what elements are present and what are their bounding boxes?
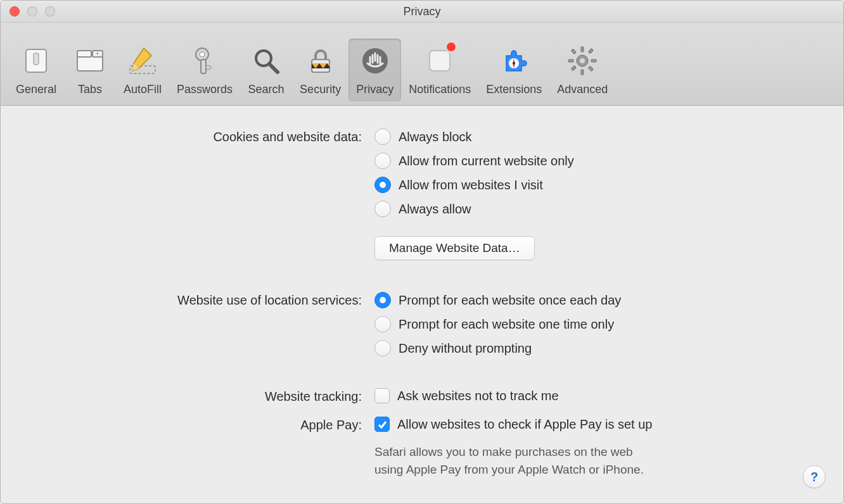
radio-indicator [374,153,391,169]
svg-rect-3 [77,51,91,57]
cookies-option-always-allow[interactable]: Always allow [374,201,818,217]
checkbox-indicator [374,417,390,432]
location-option-deny[interactable]: Deny without prompting [374,340,818,356]
svg-rect-24 [568,60,573,62]
titlebar: Privacy [1,1,843,23]
privacy-icon [357,42,393,79]
applepay-label: Apple Pay: [26,417,362,432]
security-icon [302,42,339,79]
manage-website-data-button[interactable]: Manage Website Data… [374,236,535,260]
preferences-toolbar: General + Tabs AutoFill Passwords [1,23,843,106]
svg-line-14 [269,64,278,72]
cookies-option-always-block[interactable]: Always block [374,129,818,145]
svg-rect-29 [572,66,577,71]
radio-label: Prompt for each website once each day [399,293,621,308]
tab-label: Tabs [78,83,102,96]
svg-point-10 [200,52,205,57]
search-icon [248,42,285,79]
window-controls [1,6,55,16]
tab-tabs[interactable]: + Tabs [64,39,116,101]
applepay-description: Safari allows you to make purchases on t… [374,443,818,478]
tab-label: General [16,83,56,96]
svg-rect-18 [430,51,450,71]
extensions-icon [496,42,532,79]
checkbox-indicator [374,388,390,403]
cookies-label: Cookies and website data: [26,129,362,144]
tab-label: Privacy [356,83,393,96]
tab-label: AutoFill [124,83,162,96]
tab-label: Search [248,83,285,96]
tab-label: Security [300,83,341,96]
radio-indicator [374,292,391,308]
checkbox-label: Ask websites not to track me [397,389,559,403]
svg-rect-26 [572,49,577,54]
location-section: Website use of location services: Prompt… [26,292,818,356]
location-options: Prompt for each website once each day Pr… [374,292,818,356]
radio-label: Always block [399,130,472,144]
location-option-once-each-day[interactable]: Prompt for each website once each day [374,292,818,308]
privacy-pane: Cookies and website data: Always block A… [1,106,843,503]
tab-passwords[interactable]: Passwords [169,39,240,101]
tab-search[interactable]: Search [240,39,292,101]
location-label: Website use of location services: [26,292,362,308]
radio-label: Always allow [399,202,471,217]
tab-autofill[interactable]: AutoFill [116,39,169,101]
radio-indicator [374,177,391,193]
checkmark-icon [377,419,387,429]
tab-label: Extensions [486,83,542,96]
svg-rect-2 [77,56,103,71]
tab-label: Advanced [557,83,608,96]
tab-label: Notifications [409,83,471,96]
zoom-window-button[interactable] [45,6,55,16]
help-icon: ? [810,470,818,484]
radio-label: Allow from current website only [399,154,574,168]
cookies-section: Cookies and website data: Always block A… [26,129,818,260]
location-option-one-time-only[interactable]: Prompt for each website one time only [374,316,818,332]
svg-rect-23 [581,70,584,75]
autofill-icon [124,42,161,79]
tab-notifications[interactable]: Notifications [401,39,478,101]
svg-point-30 [580,58,585,63]
radio-label: Deny without prompting [399,341,532,356]
advanced-icon [564,42,601,79]
tab-label: Passwords [177,83,233,96]
cookies-options: Always block Allow from current website … [374,129,818,260]
svg-rect-11 [201,60,206,73]
radio-indicator [374,340,391,356]
close-window-button[interactable] [10,6,20,16]
applepay-section: Apple Pay: Allow websites to check if Ap… [26,417,818,478]
svg-point-20 [513,62,515,65]
tab-security[interactable]: Security [292,39,348,101]
checkbox-label: Allow websites to check if Apple Pay is … [397,417,652,432]
radio-label: Prompt for each website one time only [399,317,614,332]
svg-rect-22 [581,47,584,52]
tab-extensions[interactable]: Extensions [478,39,549,101]
window-title: Privacy [1,5,843,18]
tabs-icon: + [72,42,108,79]
radio-indicator [374,316,391,332]
tracking-label: Website tracking: [26,388,362,404]
tracking-section: Website tracking: Ask websites not to tr… [26,388,818,404]
do-not-track-checkbox[interactable]: Ask websites not to track me [374,388,818,403]
svg-rect-12 [206,66,211,69]
tab-privacy[interactable]: Privacy [348,39,401,101]
general-icon [18,42,54,79]
tab-general[interactable]: General [8,39,64,101]
svg-rect-27 [589,66,594,71]
tab-advanced[interactable]: Advanced [549,39,615,101]
notifications-icon [421,42,458,79]
applepay-checkbox[interactable]: Allow websites to check if Apple Pay is … [374,417,818,432]
radio-indicator [374,129,391,145]
svg-text:+: + [96,51,99,57]
svg-rect-28 [589,49,594,54]
minimize-window-button[interactable] [27,6,37,16]
preferences-window: Privacy General + Tabs AutoFill [0,0,844,504]
cookies-option-current-only[interactable]: Allow from current website only [374,153,818,169]
svg-rect-1 [34,53,39,65]
svg-rect-25 [591,60,596,62]
radio-label: Allow from websites I visit [399,178,543,192]
passwords-icon [186,42,223,79]
help-button[interactable]: ? [803,465,826,488]
radio-indicator [374,201,391,217]
cookies-option-websites-i-visit[interactable]: Allow from websites I visit [374,177,818,193]
